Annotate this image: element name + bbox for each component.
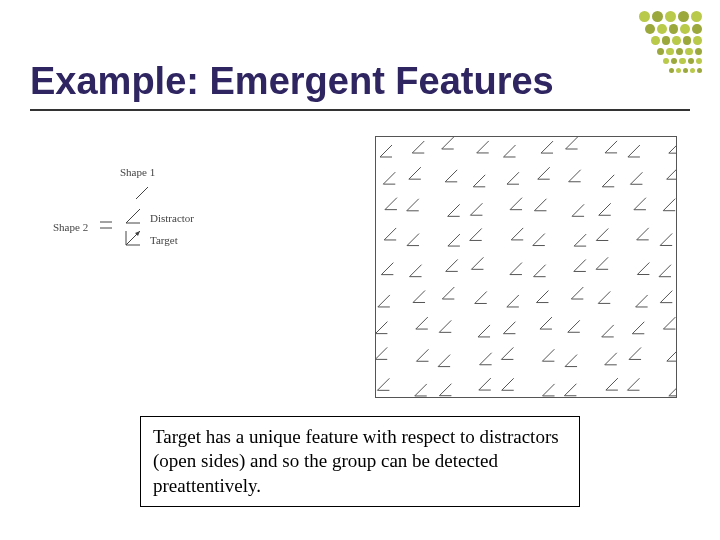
svg-line-143 xyxy=(602,325,614,337)
svg-line-75 xyxy=(470,228,482,240)
svg-line-171 xyxy=(415,384,427,396)
svg-line-25 xyxy=(628,145,640,157)
svg-line-133 xyxy=(439,320,451,332)
svg-line-49 xyxy=(385,198,397,210)
page-title: Example: Emergent Features xyxy=(30,60,690,103)
svg-line-181 xyxy=(564,384,576,396)
svg-line-43 xyxy=(602,175,614,187)
svg-line-139 xyxy=(540,317,552,329)
svg-line-89 xyxy=(381,263,393,275)
svg-line-165 xyxy=(629,347,641,359)
svg-line-155 xyxy=(480,353,492,365)
svg-line-169 xyxy=(377,378,389,390)
svg-line-113 xyxy=(442,287,454,299)
svg-line-13 xyxy=(442,137,454,149)
figure-area: Shape 1 Shape 2 Distractor Target xyxy=(30,136,690,406)
svg-line-183 xyxy=(606,378,618,390)
svg-line-83 xyxy=(596,228,608,240)
svg-line-45 xyxy=(630,172,642,184)
legend-shape2-label: Shape 2 xyxy=(53,221,88,233)
stimulus-grid xyxy=(375,136,677,398)
svg-line-177 xyxy=(502,378,514,390)
svg-line-63 xyxy=(599,203,611,215)
svg-line-105 xyxy=(637,263,649,275)
svg-line-59 xyxy=(534,199,546,211)
svg-line-27 xyxy=(669,141,676,153)
svg-line-71 xyxy=(407,234,419,246)
svg-line-137 xyxy=(503,322,515,334)
svg-line-115 xyxy=(475,291,487,303)
svg-line-119 xyxy=(536,291,548,303)
legend-distractor-glyph xyxy=(123,206,143,226)
legend-shape2-glyph xyxy=(97,214,115,232)
svg-line-23 xyxy=(605,141,617,153)
svg-line-19 xyxy=(541,141,553,153)
caption-text: Target has a unique feature with respect… xyxy=(153,426,559,496)
svg-line-97 xyxy=(510,263,522,275)
title-bar: Example: Emergent Features xyxy=(30,60,690,111)
svg-line-85 xyxy=(637,228,649,240)
svg-line-69 xyxy=(384,228,396,240)
svg-line-55 xyxy=(470,203,482,215)
svg-line-103 xyxy=(596,257,608,269)
svg-line-0 xyxy=(136,187,148,199)
svg-line-73 xyxy=(448,234,460,246)
svg-line-157 xyxy=(501,347,513,359)
svg-line-11 xyxy=(412,141,424,153)
svg-line-41 xyxy=(569,170,581,182)
svg-line-121 xyxy=(571,287,583,299)
svg-line-21 xyxy=(566,137,578,149)
svg-line-107 xyxy=(659,265,671,277)
decorative-dots xyxy=(637,10,702,73)
svg-line-35 xyxy=(473,175,485,187)
svg-line-109 xyxy=(378,295,390,307)
caption-box: Target has a unique feature with respect… xyxy=(140,416,580,507)
svg-line-79 xyxy=(533,234,545,246)
svg-line-31 xyxy=(409,167,421,179)
svg-line-167 xyxy=(667,349,676,361)
svg-line-15 xyxy=(477,141,489,153)
svg-line-185 xyxy=(627,378,639,390)
svg-line-17 xyxy=(504,145,516,157)
svg-line-153 xyxy=(438,355,450,367)
legend-shape1-glyph xyxy=(133,184,151,202)
svg-line-101 xyxy=(574,259,586,271)
svg-line-147 xyxy=(663,317,675,329)
svg-line-9 xyxy=(380,145,392,157)
svg-line-161 xyxy=(565,355,577,367)
svg-line-117 xyxy=(507,295,519,307)
svg-line-175 xyxy=(479,378,491,390)
svg-line-125 xyxy=(636,295,648,307)
svg-line-3 xyxy=(126,209,140,223)
legend-shape1-label: Shape 1 xyxy=(120,166,155,178)
svg-line-93 xyxy=(446,259,458,271)
svg-line-179 xyxy=(543,384,555,396)
svg-line-173 xyxy=(439,384,451,396)
svg-line-123 xyxy=(598,291,610,303)
svg-line-53 xyxy=(448,204,460,216)
svg-line-65 xyxy=(634,198,646,210)
svg-line-57 xyxy=(510,198,522,210)
svg-line-163 xyxy=(605,353,617,365)
svg-line-149 xyxy=(376,347,387,359)
svg-line-91 xyxy=(410,265,422,277)
legend-target-label: Target xyxy=(150,234,178,246)
svg-line-145 xyxy=(632,322,644,334)
svg-line-87 xyxy=(660,233,672,245)
svg-line-51 xyxy=(407,199,419,211)
svg-line-187 xyxy=(669,384,676,396)
svg-line-37 xyxy=(507,172,519,184)
svg-line-33 xyxy=(445,170,457,182)
svg-line-127 xyxy=(660,291,672,303)
svg-line-29 xyxy=(383,172,395,184)
svg-line-151 xyxy=(416,349,428,361)
svg-line-81 xyxy=(574,234,586,246)
legend-distractor-label: Distractor xyxy=(150,212,194,224)
svg-line-99 xyxy=(534,265,546,277)
legend-target-glyph xyxy=(123,228,143,248)
svg-line-129 xyxy=(376,322,387,334)
svg-line-61 xyxy=(572,204,584,216)
svg-line-141 xyxy=(568,320,580,332)
svg-line-95 xyxy=(471,257,483,269)
svg-line-47 xyxy=(667,167,676,179)
